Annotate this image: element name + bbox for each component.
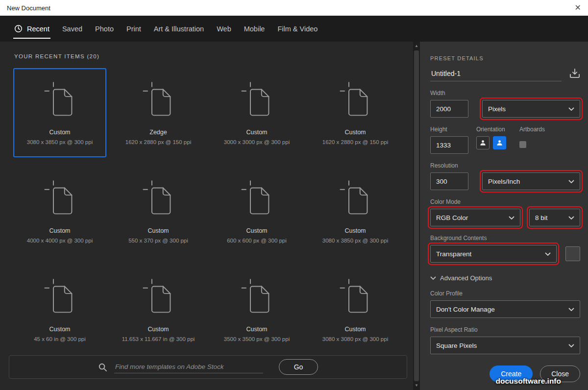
recent-item[interactable]: Custom 1620 x 2880 px @ 150 ppi bbox=[309, 68, 402, 157]
resolution-unit-value: Pixels/Inch bbox=[488, 178, 520, 185]
artboards-checkbox[interactable] bbox=[519, 141, 526, 148]
pixel-aspect-ratio-dropdown[interactable]: Square Pixels bbox=[430, 337, 580, 354]
chevron-down-icon bbox=[430, 276, 436, 280]
tab-mobile[interactable]: Mobile bbox=[238, 16, 271, 42]
color-profile-dropdown[interactable]: Don't Color Manage bbox=[430, 300, 580, 318]
recent-item[interactable]: Custom 600 x 600 px @ 300 ppi bbox=[210, 167, 303, 256]
window-title: New Document bbox=[7, 4, 50, 12]
color-mode-dropdown[interactable]: RGB Color bbox=[430, 209, 520, 226]
search-input[interactable] bbox=[114, 361, 263, 373]
recent-item-name: Custom bbox=[344, 129, 366, 136]
chevron-down-icon bbox=[568, 216, 574, 219]
tab-web[interactable]: Web bbox=[210, 16, 238, 42]
recent-item-name: Custom bbox=[49, 227, 70, 234]
recent-item[interactable]: Custom 45 x 60 in @ 300 ppi bbox=[13, 265, 106, 354]
preset-details-header: PRESET DETAILS bbox=[430, 55, 580, 61]
tab-label: Web bbox=[217, 25, 231, 33]
width-unit-value: Pixels bbox=[488, 105, 506, 113]
save-preset-button[interactable] bbox=[569, 69, 580, 81]
recent-item-name: Custom bbox=[49, 326, 70, 333]
recent-item-name: Custom bbox=[147, 326, 169, 333]
advanced-options-toggle[interactable]: Advanced Options bbox=[430, 274, 580, 282]
tab-label: Art & Illustration bbox=[154, 25, 204, 33]
tab-saved[interactable]: Saved bbox=[56, 16, 89, 42]
resolution-label: Resolution bbox=[430, 162, 580, 169]
background-color-swatch[interactable] bbox=[565, 246, 580, 261]
create-button[interactable]: Create bbox=[490, 366, 533, 382]
recent-item[interactable]: Custom 3000 x 3000 px @ 300 ppi bbox=[210, 68, 303, 157]
scroll-down-icon[interactable]: ▼ bbox=[413, 382, 420, 389]
tab-film-video[interactable]: Film & Video bbox=[271, 16, 324, 42]
tab-label: Recent bbox=[27, 25, 49, 33]
background-contents-label: Background Contents bbox=[430, 235, 580, 242]
recent-item[interactable]: Custom 3500 x 3500 px @ 300 ppi bbox=[210, 265, 303, 354]
title-bar: New Document ✕ bbox=[0, 0, 588, 16]
recent-item[interactable]: Custom 4000 x 4000 px @ 300 ppi bbox=[13, 167, 106, 256]
background-contents-dropdown[interactable]: Transparent bbox=[430, 245, 557, 263]
resolution-unit-dropdown[interactable]: Pixels/Inch bbox=[482, 172, 580, 190]
go-button[interactable]: Go bbox=[279, 359, 318, 375]
recent-items-header: YOUR RECENT ITEMS (20) bbox=[14, 53, 413, 59]
bit-depth-value: 8 bit bbox=[535, 214, 548, 221]
height-label: Height bbox=[430, 126, 468, 133]
recent-item[interactable]: Custom 3080 x 3850 px @ 300 ppi bbox=[13, 68, 106, 157]
recent-item-dims: 3080 x 3850 px @ 300 ppi bbox=[27, 139, 93, 145]
document-preview-icon bbox=[44, 82, 75, 116]
orientation-landscape-icon[interactable] bbox=[493, 136, 506, 149]
recent-item-name: Custom bbox=[246, 326, 267, 333]
recent-item[interactable]: Custom 3080 x 3850 px @ 300 ppi bbox=[309, 167, 402, 256]
close-icon[interactable]: ✕ bbox=[575, 4, 581, 12]
document-preview-icon bbox=[44, 180, 75, 215]
clock-icon bbox=[14, 24, 23, 33]
width-input[interactable] bbox=[430, 100, 468, 118]
document-name-input[interactable] bbox=[430, 66, 562, 81]
recent-item-dims: 1620 x 2880 px @ 150 ppi bbox=[125, 139, 191, 145]
chevron-down-icon bbox=[545, 252, 551, 256]
close-button[interactable]: Close bbox=[540, 366, 580, 382]
chevron-down-icon bbox=[568, 180, 574, 183]
chevron-down-icon bbox=[568, 107, 574, 111]
document-preview-icon bbox=[241, 180, 272, 215]
color-mode-value: RGB Color bbox=[436, 214, 468, 221]
advanced-options-label: Advanced Options bbox=[440, 274, 492, 282]
recent-item-name: Custom bbox=[246, 227, 267, 234]
recent-item-dims: 1620 x 2880 px @ 150 ppi bbox=[322, 139, 388, 145]
recent-item-dims: 4000 x 4000 px @ 300 ppi bbox=[27, 238, 93, 244]
recent-item-dims: 550 x 370 px @ 300 ppi bbox=[128, 238, 188, 244]
orientation-toggle bbox=[476, 136, 512, 149]
width-unit-dropdown[interactable]: Pixels bbox=[482, 100, 580, 118]
scrollbar-thumb[interactable] bbox=[414, 50, 419, 381]
tab-recent[interactable]: Recent bbox=[8, 16, 56, 42]
scroll-up-icon[interactable]: ▲ bbox=[413, 43, 420, 49]
chevron-down-icon bbox=[568, 344, 574, 347]
tab-label: Film & Video bbox=[277, 25, 318, 33]
recent-item[interactable]: Custom 3080 x 3080 px @ 300 ppi bbox=[309, 265, 402, 354]
tab-art-illustration[interactable]: Art & Illustration bbox=[147, 16, 210, 42]
resolution-input[interactable] bbox=[430, 172, 468, 190]
adobe-stock-search-bar: Go bbox=[9, 355, 407, 379]
artboards-label: Artboards bbox=[519, 126, 580, 133]
recent-item-dims: 3080 x 3850 px @ 300 ppi bbox=[322, 238, 388, 244]
recent-item-name: Custom bbox=[344, 326, 366, 333]
tab-photo[interactable]: Photo bbox=[89, 16, 120, 42]
color-profile-label: Color Profile bbox=[430, 290, 580, 297]
recent-item-name: Custom bbox=[344, 227, 366, 234]
search-icon bbox=[98, 363, 107, 372]
orientation-portrait-icon[interactable] bbox=[476, 136, 490, 149]
tab-label: Mobile bbox=[244, 25, 265, 33]
tab-bar: Recent Saved Photo Print Art & Illustrat… bbox=[0, 16, 588, 42]
recent-item[interactable]: Custom 550 x 370 px @ 300 ppi bbox=[112, 167, 205, 256]
recent-item[interactable]: Custom 11.653 x 11.667 in @ 300 ppi bbox=[112, 265, 205, 354]
recent-item-dims: 3080 x 3080 px @ 300 ppi bbox=[322, 336, 388, 342]
vertical-scrollbar[interactable]: ▲ ▼ bbox=[413, 42, 420, 390]
preset-details-panel: PRESET DETAILS Width Pixels bbox=[420, 42, 588, 390]
color-profile-value: Don't Color Manage bbox=[436, 306, 495, 313]
recent-item[interactable]: Zedge 1620 x 2880 px @ 150 ppi bbox=[112, 68, 205, 157]
tab-print[interactable]: Print bbox=[120, 16, 147, 42]
bit-depth-dropdown[interactable]: 8 bit bbox=[529, 209, 580, 226]
width-label: Width bbox=[430, 90, 580, 97]
recent-item-dims: 3000 x 3000 px @ 300 ppi bbox=[224, 139, 290, 145]
height-input[interactable] bbox=[430, 136, 468, 154]
color-mode-label: Color Mode bbox=[430, 198, 580, 205]
chevron-down-icon bbox=[568, 308, 574, 311]
